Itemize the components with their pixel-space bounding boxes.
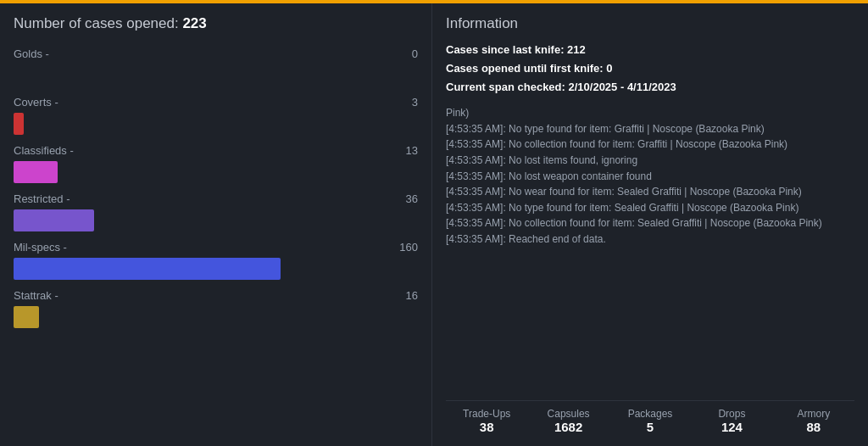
coverts-bar [14,113,24,135]
rarity-row-stattrak: Stattrak - 16 [14,289,418,329]
stat-item: Trade-Ups38 [446,408,527,434]
stat-value: 38 [446,420,527,434]
log-line: [4:53:35 AM]: No type found for item: Gr… [446,121,854,137]
cases-title-prefix: Number of cases opened: [14,15,179,31]
log-area: Pink)[4:53:35 AM]: No type found for ite… [446,105,854,393]
golds-count: 0 [412,47,418,60]
stattrak-bar [14,306,39,328]
cases-since-knife-label: Cases since last knife: [446,43,564,56]
rarity-row-milspecs: Mil-specs - 160 [14,241,418,281]
log-line: [4:53:35 AM]: No collection found for it… [446,137,854,153]
stat-item: Capsules1682 [527,408,609,434]
stats-bar: Trade-Ups38Capsules1682Packages5Drops124… [446,400,854,434]
log-line: [4:53:35 AM]: No lost items found, ignor… [446,153,854,169]
rarity-row-restricted: Restricted - 36 [14,192,418,232]
coverts-label: Coverts - [14,96,418,109]
classifieds-bar [14,161,58,183]
log-line: Pink) [446,105,854,121]
rarity-row-coverts: Coverts - 3 [14,96,418,136]
cases-since-knife-value: 212 [567,43,586,56]
restricted-bar [14,209,94,231]
stat-label: Capsules [527,408,609,420]
main-container: Number of cases opened: 223 Golds - 0 Co… [0,3,868,446]
info-title: Information [446,15,854,32]
rarity-row-golds: Golds - 0 [14,47,418,87]
milspecs-count: 160 [399,241,418,254]
stat-item: Packages5 [609,408,691,434]
stat-label: Drops [691,408,772,420]
classifieds-label: Classifieds - [14,144,418,157]
log-line: [4:53:35 AM]: No collection found for it… [446,215,854,231]
span-label: Current span checked: [446,81,565,93]
stat-value: 124 [691,420,772,434]
stat-value: 5 [609,420,691,434]
stat-value: 88 [773,420,854,434]
cases-count: 223 [182,15,206,31]
stat-label: Packages [609,408,691,420]
restricted-label: Restricted - [14,192,418,205]
cases-since-knife-line: Cases since last knife: 212 [446,41,854,59]
restricted-count: 36 [406,192,418,205]
cases-until-knife-line: Cases opened until first knife: 0 [446,59,854,78]
classifieds-count: 13 [406,144,418,157]
log-line: [4:53:35 AM]: No lost weapon container f… [446,169,854,185]
span-value: 2/10/2025 - 4/11/2023 [569,81,676,93]
cases-until-knife-label: Cases opened until first knife: [446,62,604,75]
log-line: [4:53:35 AM]: Reached end of data. [446,231,854,248]
info-stats: Cases since last knife: 212 Cases opened… [446,41,854,97]
left-panel: Number of cases opened: 223 Golds - 0 Co… [0,3,432,446]
cases-until-knife-value: 0 [606,62,612,75]
rarity-row-classifieds: Classifieds - 13 [14,144,418,184]
milspecs-label: Mil-specs - [14,241,418,254]
cases-title: Number of cases opened: 223 [14,15,418,32]
log-line: [4:53:35 AM]: No type found for item: Se… [446,200,854,216]
span-line: Current span checked: 2/10/2025 - 4/11/2… [446,78,854,97]
stattrak-label: Stattrak - [14,289,418,302]
log-line: [4:53:35 AM]: No wear found for item: Se… [446,184,854,200]
milspecs-bar [14,258,281,280]
stat-item: Armory88 [773,408,854,434]
stat-item: Drops124 [691,408,772,434]
coverts-count: 3 [412,96,418,109]
stat-value: 1682 [527,420,609,434]
golds-label: Golds - [14,47,418,60]
stattrak-count: 16 [406,289,418,302]
right-panel: Information Cases since last knife: 212 … [432,3,868,446]
stat-label: Armory [773,408,854,420]
stat-label: Trade-Ups [446,408,527,420]
